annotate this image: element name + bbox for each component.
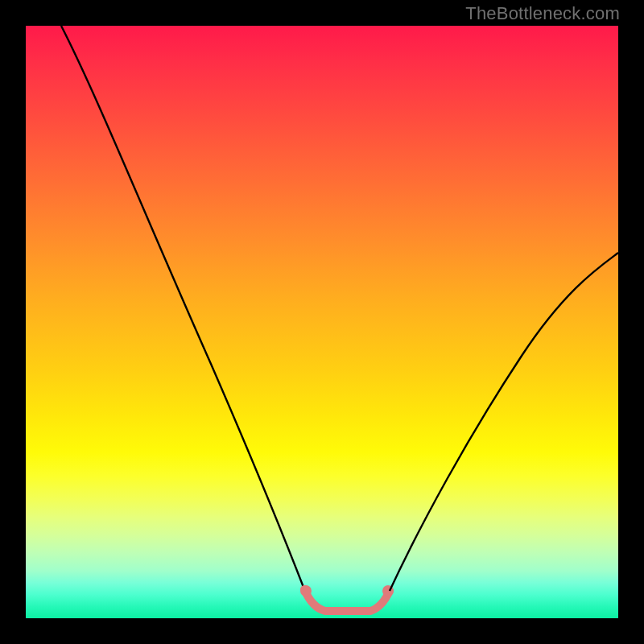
curve-left xyxy=(61,26,304,589)
curve-bottom xyxy=(304,589,390,611)
curve-right xyxy=(390,253,618,591)
curve-layer xyxy=(26,26,618,618)
chart-frame: TheBottleneck.com xyxy=(0,0,644,644)
watermark-text: TheBottleneck.com xyxy=(465,3,620,24)
plot-area xyxy=(26,26,618,618)
curve-bottom-dot-left xyxy=(300,585,312,597)
